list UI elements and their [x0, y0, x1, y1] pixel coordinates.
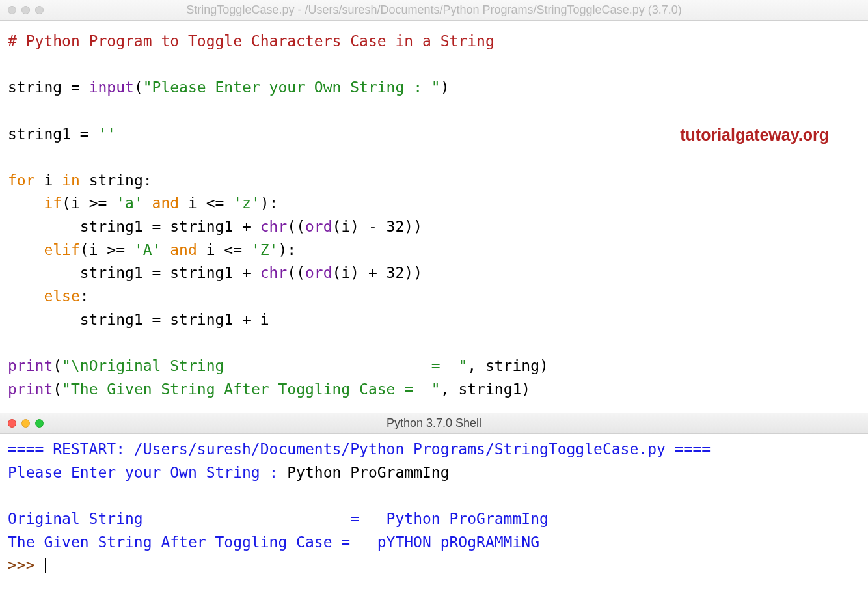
- code-string: "The Given String After Toggling Case = …: [62, 381, 441, 398]
- shell-window: Python 3.7.0 Shell ==== RESTART: /Users/…: [0, 413, 868, 577]
- code-string: "\nOriginal String = ": [62, 357, 467, 374]
- code-keyword: in: [62, 172, 80, 189]
- code-text: ((: [287, 218, 305, 235]
- code-text: (i >=: [80, 241, 134, 258]
- editor-title: StringToggleCase.py - /Users/suresh/Docu…: [0, 3, 868, 17]
- code-string: 'a': [116, 195, 143, 211]
- code-builtin: chr: [260, 264, 288, 281]
- code-text: (i) - 32)): [332, 218, 422, 235]
- code-text: i: [35, 172, 62, 189]
- code-text: i <=: [197, 241, 251, 258]
- code-text: (i >=: [62, 195, 116, 211]
- code-text: ((: [287, 264, 305, 281]
- code-keyword: for: [8, 172, 35, 189]
- minimize-icon[interactable]: [21, 419, 30, 428]
- code-text: :: [80, 288, 89, 305]
- code-keyword: elif: [44, 241, 79, 258]
- shell-output-label: Original String =: [8, 510, 387, 527]
- code-text: [8, 195, 44, 211]
- code-keyword: and: [143, 195, 179, 211]
- code-text: [8, 241, 44, 258]
- code-keyword: else: [44, 288, 79, 305]
- close-icon[interactable]: [8, 6, 16, 14]
- code-keyword: if: [44, 195, 62, 211]
- shell-output[interactable]: ==== RESTART: /Users/suresh/Documents/Py…: [0, 434, 868, 577]
- code-builtin: ord: [305, 264, 332, 281]
- code-comment: # Python Program to Toggle Characters Ca…: [8, 33, 495, 49]
- shell-restart: ==== RESTART: /Users/suresh/Documents/Py…: [8, 441, 711, 457]
- code-text: i <=: [179, 195, 233, 211]
- shell-output-value: Python ProGrammIng: [387, 510, 549, 527]
- cursor-icon: [45, 558, 46, 573]
- shell-prompt-text: Please Enter your Own String :: [8, 464, 287, 481]
- code-text: string:: [80, 172, 152, 189]
- code-text: ):: [278, 241, 296, 258]
- code-text: , string1): [441, 381, 530, 398]
- code-text: , string): [467, 357, 549, 374]
- watermark-text: tutorialgateway.org: [680, 122, 829, 148]
- code-text: ):: [260, 195, 278, 211]
- maximize-icon[interactable]: [35, 419, 44, 428]
- code-string: "Please Enter your Own String : ": [143, 79, 441, 96]
- shell-prompt: >>>: [8, 556, 44, 573]
- shell-titlebar[interactable]: Python 3.7.0 Shell: [0, 413, 868, 434]
- code-text: (: [53, 381, 62, 398]
- code-string: 'Z': [251, 241, 278, 258]
- code-builtin: print: [8, 381, 53, 398]
- code-builtin: input: [89, 79, 134, 96]
- code-text: string1 = string1 +: [8, 264, 260, 281]
- code-keyword: and: [161, 241, 197, 258]
- shell-output-value: pYTHON pROgRAMMiNG: [377, 534, 539, 551]
- maximize-icon[interactable]: [35, 6, 44, 14]
- code-text: ): [441, 79, 450, 96]
- editor-window: StringToggleCase.py - /Users/suresh/Docu…: [0, 0, 868, 413]
- code-builtin: print: [8, 357, 53, 374]
- code-text: string1 = string1 +: [8, 218, 260, 235]
- close-icon[interactable]: [8, 419, 16, 428]
- code-text: string =: [8, 79, 89, 96]
- code-text: string1 =: [8, 126, 98, 143]
- code-text: [8, 288, 44, 305]
- shell-output-label: The Given String After Toggling Case =: [8, 534, 377, 551]
- traffic-lights: [8, 419, 44, 428]
- code-text: (: [53, 357, 62, 374]
- shell-user-input: Python ProGrammIng: [287, 464, 449, 481]
- code-text: (: [134, 79, 143, 96]
- code-builtin: chr: [260, 218, 288, 235]
- code-builtin: ord: [305, 218, 332, 235]
- code-string: 'A': [134, 241, 161, 258]
- code-text: string1 = string1 + i: [8, 311, 269, 328]
- code-editor[interactable]: # Python Program to Toggle Characters Ca…: [0, 21, 868, 413]
- code-text: (i) + 32)): [332, 264, 422, 281]
- shell-title: Python 3.7.0 Shell: [0, 416, 868, 430]
- code-string: 'z': [233, 195, 260, 211]
- traffic-lights: [8, 6, 44, 14]
- code-string: '': [98, 126, 116, 143]
- minimize-icon[interactable]: [21, 6, 30, 14]
- editor-titlebar[interactable]: StringToggleCase.py - /Users/suresh/Docu…: [0, 0, 868, 21]
